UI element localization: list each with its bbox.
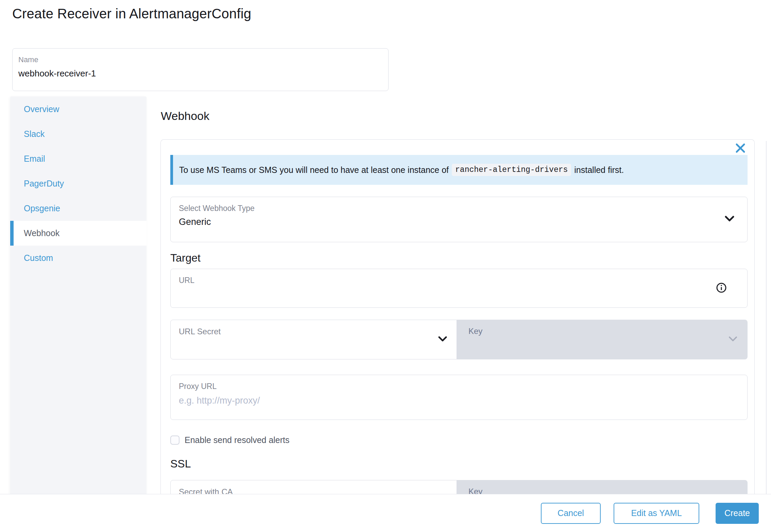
url-input[interactable]: URL xyxy=(170,269,748,308)
create-button[interactable]: Create xyxy=(716,503,759,524)
page-title: Create Receiver in AlertmanagerConfig xyxy=(12,6,251,21)
sidebar-item-webhook[interactable]: Webhook xyxy=(10,221,147,246)
target-section-heading: Target xyxy=(170,252,201,264)
proxy-url-label: Proxy URL xyxy=(179,382,739,391)
receiver-name-field[interactable]: Name webhook-receiver-1 xyxy=(12,48,389,91)
webhook-type-select[interactable]: Select Webhook Type Generic xyxy=(170,197,748,242)
url-secret-select[interactable]: URL Secret xyxy=(170,320,457,359)
sidebar-item-pagerduty[interactable]: PagerDuty xyxy=(10,171,147,196)
webhook-type-label: Select Webhook Type xyxy=(179,204,739,213)
sidebar-item-email[interactable]: Email xyxy=(10,146,147,171)
name-field-label: Name xyxy=(18,55,382,64)
secret-ca-select[interactable]: Secret with CA xyxy=(170,480,457,494)
secret-ca-row: Secret with CA Key xyxy=(170,480,748,494)
url-label: URL xyxy=(179,276,739,285)
close-icon[interactable] xyxy=(735,142,746,154)
footer-action-bar: Cancel Edit as YAML Create xyxy=(0,494,771,532)
secret-ca-key-select-disabled: Key xyxy=(457,480,748,494)
key-label: Key xyxy=(468,326,736,336)
alerting-drivers-banner: To use MS Teams or SMS you will need to … xyxy=(170,155,748,185)
name-field-value[interactable]: webhook-receiver-1 xyxy=(18,68,382,79)
chevron-down-icon xyxy=(438,336,447,343)
edit-as-yaml-button[interactable]: Edit as YAML xyxy=(614,503,699,524)
scrollbar-track[interactable] xyxy=(766,141,767,494)
tab-heading: Webhook xyxy=(161,109,209,123)
banner-text-before: To use MS Teams or SMS you will need to … xyxy=(179,165,449,175)
send-resolved-row: Enable send resolved alerts xyxy=(170,435,290,445)
send-resolved-checkbox[interactable] xyxy=(170,436,179,445)
sidebar-item-opsgenie[interactable]: Opsgenie xyxy=(10,196,147,221)
proxy-url-placeholder: e.g. http://my-proxy/ xyxy=(179,395,739,406)
banner-text-after: installed first. xyxy=(574,165,624,175)
sidebar-item-overview[interactable]: Overview xyxy=(10,97,147,122)
banner-code: rancher-alerting-drivers xyxy=(452,164,571,176)
chevron-down-icon xyxy=(729,336,737,343)
url-secret-label: URL Secret xyxy=(179,327,448,336)
receiver-type-sidebar: Overview Slack Email PagerDuty Opsgenie … xyxy=(10,96,147,494)
proxy-url-input[interactable]: Proxy URL e.g. http://my-proxy/ xyxy=(170,375,748,420)
send-resolved-label: Enable send resolved alerts xyxy=(185,435,290,445)
create-receiver-page: Create Receiver in AlertmanagerConfig Na… xyxy=(0,0,771,532)
key-label: Key xyxy=(468,487,736,494)
info-icon[interactable] xyxy=(716,282,727,295)
cancel-button[interactable]: Cancel xyxy=(541,503,601,524)
url-secret-row: URL Secret Key xyxy=(170,320,748,359)
secret-ca-label: Secret with CA xyxy=(179,487,448,494)
sidebar-item-custom[interactable]: Custom xyxy=(10,246,147,270)
sidebar-item-slack[interactable]: Slack xyxy=(10,122,147,146)
url-secret-key-select-disabled: Key xyxy=(457,320,748,359)
webhook-tab-panel: To use MS Teams or SMS you will need to … xyxy=(160,139,755,494)
chevron-down-icon xyxy=(725,216,734,223)
ssl-section-heading: SSL xyxy=(170,458,191,470)
webhook-type-value: Generic xyxy=(179,217,739,227)
